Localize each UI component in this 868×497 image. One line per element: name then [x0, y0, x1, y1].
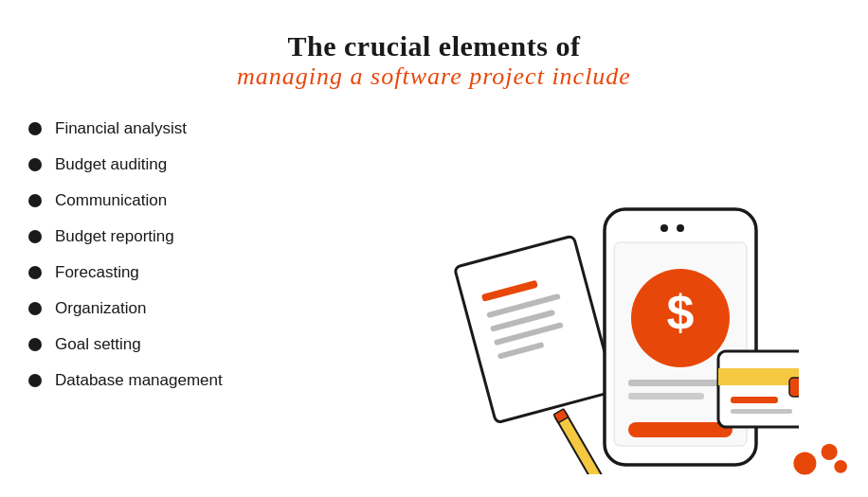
list-item-label: Forecasting [55, 263, 139, 282]
svg-rect-23 [789, 378, 799, 397]
list-item-label: Communication [55, 191, 167, 210]
svg-rect-19 [718, 351, 799, 427]
header-line1: The crucial elements of [237, 30, 631, 62]
svg-point-25 [822, 444, 838, 460]
svg-text:$: $ [667, 285, 695, 340]
illustration-section: $ [360, 110, 840, 497]
list-item: Organization [28, 299, 360, 318]
svg-point-26 [834, 460, 847, 473]
bullet-icon [28, 302, 42, 315]
svg-rect-18 [628, 393, 704, 399]
list-item-label: Database management [55, 371, 223, 390]
bullet-icon [28, 266, 42, 279]
svg-point-11 [660, 224, 668, 232]
svg-rect-20 [718, 368, 799, 385]
header-line2: managing a software project include [237, 62, 631, 91]
list-item: Budget reporting [28, 227, 360, 246]
svg-rect-22 [731, 409, 792, 414]
list-item-label: Goal setting [55, 335, 141, 354]
svg-rect-16 [628, 422, 732, 437]
list-item: Financial analysist [28, 119, 360, 138]
list-item-label: Budget reporting [55, 227, 174, 246]
list-item-label: Budget auditing [55, 155, 167, 174]
list-item: Goal setting [28, 335, 360, 354]
bullet-icon [28, 122, 42, 135]
bullet-icon [28, 194, 42, 207]
list-item: Forecasting [28, 263, 360, 282]
list-item-label: Organization [55, 299, 146, 318]
illustration-svg: $ [401, 133, 799, 474]
bullet-icon [28, 374, 42, 387]
content-area: Financial analysist Budget auditing Comm… [0, 110, 868, 497]
bullet-icon [28, 338, 42, 351]
svg-point-24 [793, 452, 816, 474]
brand-dots-icon [790, 438, 847, 476]
decorative-dots [790, 438, 847, 480]
page-wrapper: The crucial elements of managing a softw… [0, 0, 868, 497]
feature-list: Financial analysist Budget auditing Comm… [28, 110, 360, 497]
bullet-icon [28, 230, 42, 243]
svg-point-12 [677, 224, 684, 232]
bullet-icon [28, 158, 42, 171]
list-item: Budget auditing [28, 155, 360, 174]
list-item: Database management [28, 371, 360, 390]
list-item-label: Financial analysist [55, 119, 187, 138]
page-header: The crucial elements of managing a softw… [237, 30, 631, 91]
svg-rect-21 [731, 397, 778, 403]
list-item: Communication [28, 191, 360, 210]
